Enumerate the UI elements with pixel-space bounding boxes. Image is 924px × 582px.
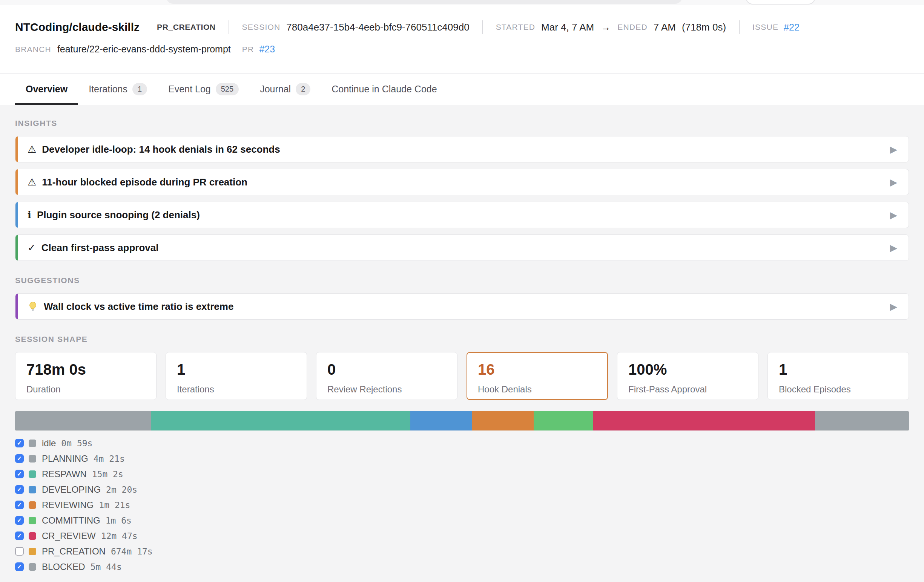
legend-duration: 5m 44s [91, 562, 122, 572]
stat-label: Hook Denials [478, 384, 597, 395]
insight-accent [15, 235, 18, 260]
color-swatch [29, 455, 36, 462]
tab-journal[interactable]: Journal 2 [249, 74, 321, 105]
insight-card[interactable]: ℹ Plugin source snooping (2 denials) ▶ [15, 202, 909, 228]
legend-checkbox-planning[interactable]: ✓ [15, 454, 24, 463]
legend-row-reviewing: ✓ REVIEWING 1m 21s [15, 497, 909, 513]
legend-duration: 15m 2s [92, 469, 123, 479]
timeline-segment-respawn[interactable] [151, 411, 410, 431]
expand-play-icon[interactable]: ▶ [890, 145, 897, 154]
insight-accent [15, 169, 18, 195]
legend-duration: 0m 59s [61, 438, 92, 448]
legend-label: COMMITTING [42, 515, 100, 526]
timeline-segment-developing[interactable] [410, 411, 472, 431]
toolbar-button[interactable] [746, 0, 815, 5]
stat-value: 718m 0s [26, 362, 145, 377]
suggestion-card[interactable]: Wall clock vs active time ratio is extre… [15, 293, 909, 320]
legend-checkbox-cr-review[interactable]: ✓ [15, 531, 24, 540]
legend-duration: 4m 21s [94, 454, 125, 464]
pr-link[interactable]: #23 [259, 44, 275, 55]
tab-label: Journal [260, 84, 291, 95]
divider [739, 20, 739, 34]
repo-title: NTCoding/claude-skillz [15, 21, 140, 34]
stat-value: 1 [177, 362, 296, 377]
stat-card-first-pass-approval[interactable]: 100% First-Pass Approval [617, 352, 759, 400]
stat-label: Blocked Episodes [779, 384, 898, 395]
lightbulb-icon [28, 301, 38, 312]
timeline-segment-committing[interactable] [534, 411, 594, 431]
stat-label: Review Rejections [327, 384, 446, 395]
duration-value: (718m 0s) [682, 21, 726, 33]
tab-label: Iterations [89, 84, 127, 95]
tab-overview[interactable]: Overview [15, 74, 78, 105]
tab-count-badge: 1 [132, 83, 147, 95]
timeline-segment-reviewing[interactable] [472, 411, 534, 431]
check-icon: ✓ [17, 564, 22, 570]
expand-play-icon[interactable]: ▶ [890, 178, 897, 187]
check-icon: ✓ [17, 456, 22, 462]
legend-duration: 674m 17s [111, 547, 153, 556]
legend-row-idle: ✓ idle 0m 59s [15, 436, 909, 451]
legend-checkbox-reviewing[interactable]: ✓ [15, 501, 24, 509]
tab-event-log[interactable]: Event Log 525 [158, 74, 249, 105]
timeline-segment-idle[interactable] [15, 411, 36, 431]
legend-label: PR_CREATION [42, 546, 106, 557]
stat-card-hook-denials[interactable]: 16 Hook Denials [467, 352, 608, 400]
stat-value: 16 [478, 362, 597, 377]
legend-row-cr-review: ✓ CR_REVIEW 12m 47s [15, 528, 909, 544]
stat-card-review-rejections[interactable]: 0 Review Rejections [316, 352, 457, 400]
timeline-segment-cr-review[interactable] [593, 411, 815, 431]
issue-link[interactable]: #22 [784, 22, 800, 33]
color-swatch [29, 517, 36, 524]
expand-play-icon[interactable]: ▶ [890, 210, 897, 220]
divider [482, 20, 483, 34]
tab-continue-in-claude-code[interactable]: Continue in Claude Code [321, 74, 447, 105]
insight-accent [15, 202, 18, 228]
legend-duration: 12m 47s [101, 531, 138, 541]
suggestion-text: Wall clock vs active time ratio is extre… [44, 301, 233, 312]
legend-checkbox-committing[interactable]: ✓ [15, 516, 24, 525]
check-icon: ✓ [17, 440, 22, 446]
check-icon: ✓ [28, 243, 36, 253]
tab-count-badge: 525 [216, 83, 239, 95]
arrow-right-icon: → [601, 21, 610, 33]
insight-card[interactable]: ⚠ Developer idle-loop: 14 hook denials i… [15, 136, 909, 163]
insight-card[interactable]: ✓ Clean first-pass approval ▶ [15, 235, 909, 261]
legend-row-planning: ✓ PLANNING 4m 21s [15, 451, 909, 466]
legend-checkbox-idle[interactable]: ✓ [15, 439, 24, 447]
legend-row-developing: ✓ DEVELOPING 2m 20s [15, 482, 909, 497]
legend-duration: 1m 21s [99, 500, 130, 510]
color-swatch [29, 486, 36, 493]
insight-card[interactable]: ⚠ 11-hour blocked episode during PR crea… [15, 169, 909, 195]
phase-timeline-bar [15, 411, 909, 431]
expand-play-icon[interactable]: ▶ [890, 302, 897, 311]
timeline-segment-planning[interactable] [36, 411, 151, 431]
legend-row-respawn: ✓ RESPAWN 15m 2s [15, 466, 909, 482]
expand-play-icon[interactable]: ▶ [890, 243, 897, 253]
stat-card-iterations[interactable]: 1 Iterations [165, 352, 307, 400]
insight-text: 11-hour blocked episode during PR creati… [42, 176, 248, 188]
legend-label: idle [42, 438, 56, 449]
search-input[interactable] [166, 0, 683, 4]
tab-bar: Overview Iterations 1 Event Log 525 Jour… [0, 74, 924, 105]
check-icon: ✓ [17, 518, 22, 524]
branch-value: feature/22-eric-evans-ddd-system-prompt [57, 44, 231, 55]
color-swatch [29, 501, 36, 509]
tab-iterations[interactable]: Iterations 1 [78, 74, 158, 105]
legend-checkbox-respawn[interactable]: ✓ [15, 470, 24, 478]
legend-checkbox-pr-creation[interactable]: ✓ [15, 547, 24, 556]
issue-label: ISSUE [752, 23, 779, 32]
branch-label: BRANCH [15, 45, 51, 54]
info-icon: ℹ [28, 210, 31, 220]
tab-count-badge: 2 [296, 83, 310, 95]
legend-label: DEVELOPING [42, 484, 101, 495]
legend-checkbox-blocked[interactable]: ✓ [15, 562, 24, 571]
stat-card-duration[interactable]: 718m 0s Duration [15, 352, 157, 400]
legend-checkbox-developing[interactable]: ✓ [15, 485, 24, 494]
timeline-segment-blocked[interactable] [815, 411, 909, 431]
insight-text: Plugin source snooping (2 denials) [37, 209, 200, 221]
legend-label: CR_REVIEW [42, 531, 96, 541]
color-swatch [29, 548, 36, 555]
stat-card-blocked-episodes[interactable]: 1 Blocked Episodes [767, 352, 909, 400]
legend-label: RESPAWN [42, 469, 87, 480]
